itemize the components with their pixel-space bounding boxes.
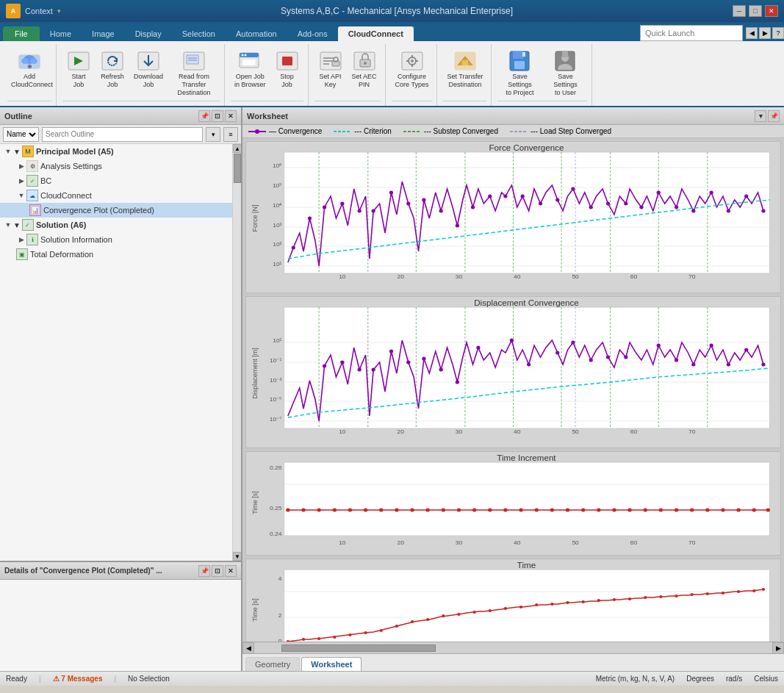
tab-image[interactable]: Image (82, 26, 125, 41)
svg-text:Force [N]: Force [N] (251, 205, 258, 232)
set-transfer-destination-button[interactable]: Set TransferDestination (443, 47, 486, 91)
details-header: Details of "Convergence Plot (Completed)… (0, 562, 241, 580)
outline-name-dropdown[interactable]: Name (3, 127, 39, 142)
back-button[interactable]: ◀ (746, 27, 758, 39)
search-filter-button[interactable]: ▾ (206, 127, 220, 142)
tab-automation[interactable]: Automation (226, 26, 287, 41)
quick-launch-input[interactable] (640, 25, 743, 41)
svg-text:10⁻³: 10⁻³ (270, 377, 282, 384)
set-api-key-button[interactable]: Set APIKey (314, 47, 347, 91)
tree-item-solution-info[interactable]: ▶ ℹ Solution Information (0, 232, 232, 247)
download-job-button[interactable]: DownloadJob (130, 47, 167, 91)
svg-point-155 (589, 359, 593, 362)
tree-item-solution[interactable]: ▼ ▼ ✓ Solution (A6) (0, 218, 232, 232)
open-job-browser-icon (238, 49, 262, 73)
details-close-button[interactable]: ✕ (225, 565, 237, 577)
solution-icon: ✓ (22, 219, 34, 231)
svg-point-141 (323, 365, 326, 368)
stop-job-button[interactable]: StopJob (271, 47, 303, 91)
restore-button[interactable]: □ (749, 5, 762, 17)
svg-point-202 (597, 509, 600, 512)
svg-text:10²: 10² (273, 241, 281, 248)
expand-principal-model[interactable]: ▼ (3, 146, 13, 157)
tree-item-convergence-plot[interactable]: 📊 Convergence Plot (Completed) (0, 203, 232, 218)
outline-scroll-down[interactable]: ▼ (233, 552, 241, 561)
status-degrees: Degrees (686, 675, 714, 683)
tab-display[interactable]: Display (125, 26, 172, 41)
tree-item-total-deformation[interactable]: ▣ Total Deformation (0, 247, 232, 262)
worksheet-dropdown-button[interactable]: ▾ (755, 110, 766, 122)
tree-item-cloudconnect[interactable]: ▼ ☁ CloudConnect (0, 188, 232, 203)
scroll-right-button[interactable]: ▶ (772, 642, 784, 654)
configure-core-types-button[interactable]: ConfigureCore Types (392, 47, 433, 91)
tab-file[interactable]: File (3, 26, 40, 41)
svg-point-108 (727, 209, 730, 213)
tab-cloudconnect[interactable]: CloudConnect (338, 26, 414, 41)
svg-text:10: 10 (339, 428, 346, 435)
outline-scroll-thumb[interactable] (234, 154, 241, 183)
expand-analysis-settings[interactable]: ▶ (16, 161, 26, 171)
tree-label-solution-info: Solution Information (40, 235, 112, 244)
tree-item-principal-model[interactable]: ▼ ▼ M Principal Model (A5) (0, 144, 232, 159)
outline-more-button[interactable]: ≡ (223, 127, 238, 142)
minimize-button[interactable]: ─ (733, 5, 746, 17)
h-scroll-thumb[interactable] (281, 644, 436, 652)
status-ready: Ready (6, 675, 27, 683)
svg-point-253 (628, 597, 631, 600)
svg-text:10: 10 (339, 273, 346, 280)
expand-bc[interactable]: ▶ (16, 176, 26, 186)
svg-point-238 (395, 625, 398, 628)
svg-point-241 (442, 614, 445, 617)
outline-close-button[interactable]: ✕ (225, 110, 237, 122)
refresh-job-button[interactable]: RefreshJob (96, 47, 129, 91)
set-transfer-destination-icon (453, 49, 477, 73)
forward-button[interactable]: ▶ (759, 27, 771, 39)
worksheet-pin-button[interactable]: 📌 (768, 110, 780, 122)
set-aec-pin-button[interactable]: Set AECPIN (348, 47, 381, 91)
save-settings-user-label: Save Settingsto User (547, 73, 583, 96)
tab-geometry[interactable]: Geometry (245, 657, 300, 671)
bc-icon: ✓ (26, 175, 38, 187)
time-chart: Time Time [s] 0 2 4 10 20 30 40 50 60 70… (245, 559, 781, 642)
svg-rect-41 (522, 52, 525, 57)
svg-point-259 (722, 592, 724, 595)
help-button[interactable]: ? (772, 27, 784, 39)
configure-core-types-label: ConfigureCore Types (395, 73, 429, 89)
tab-home[interactable]: Home (40, 26, 82, 41)
tree-item-bc[interactable]: ▶ ✓ BC (0, 173, 232, 188)
svg-text:0.25: 0.25 (270, 505, 282, 511)
status-bar: Ready | ⚠ 7 Messages | No Selection Metr… (0, 671, 784, 686)
details-float-button[interactable]: ⊡ (212, 565, 223, 577)
expand-solution[interactable]: ▼ (3, 220, 13, 230)
details-pin-button[interactable]: 📌 (198, 565, 210, 577)
save-settings-project-button[interactable]: Save Settingsto Project (497, 47, 542, 98)
tab-addons[interactable]: Add-ons (287, 26, 338, 41)
tree-item-analysis-settings[interactable]: ▶ ⚙ Analysis Settings (0, 159, 232, 173)
outline-scroll-up[interactable]: ▲ (233, 144, 241, 153)
outline-pin-button[interactable]: 📌 (198, 110, 210, 122)
svg-point-160 (691, 363, 695, 367)
open-job-browser-label: Open Jobin Browser (234, 73, 266, 89)
svg-rect-214 (284, 570, 770, 642)
expand-cloudconnect[interactable]: ▼ (16, 190, 26, 201)
status-messages: ⚠ 7 Messages (53, 675, 103, 683)
add-cloudconnect-button[interactable]: ⊕ AddCloudConnect (7, 47, 51, 91)
save-settings-user-button[interactable]: Save Settingsto User (543, 47, 587, 98)
outline-search-input[interactable] (42, 127, 203, 142)
svg-point-89 (406, 202, 410, 206)
svg-point-46 (255, 129, 259, 134)
tree-label-convergence-plot: Convergence Plot (Completed) (43, 206, 154, 215)
scroll-left-button[interactable]: ◀ (242, 642, 254, 654)
svg-point-98 (555, 198, 559, 202)
tab-worksheet[interactable]: Worksheet (301, 657, 362, 671)
svg-point-189 (395, 509, 398, 512)
outline-float-button[interactable]: ⊡ (212, 110, 223, 122)
close-button[interactable]: ✕ (765, 5, 778, 17)
tab-selection[interactable]: Selection (172, 26, 226, 41)
svg-rect-19 (282, 57, 292, 65)
open-job-browser-button[interactable]: Open Jobin Browser (231, 47, 270, 91)
expand-solution-info[interactable]: ▶ (16, 234, 26, 245)
legend-loadstep: --- Load Step Converged (510, 127, 611, 135)
read-transfer-button[interactable]: Read from TransferDestination (168, 47, 220, 98)
start-job-button[interactable]: StartJob (62, 47, 95, 91)
